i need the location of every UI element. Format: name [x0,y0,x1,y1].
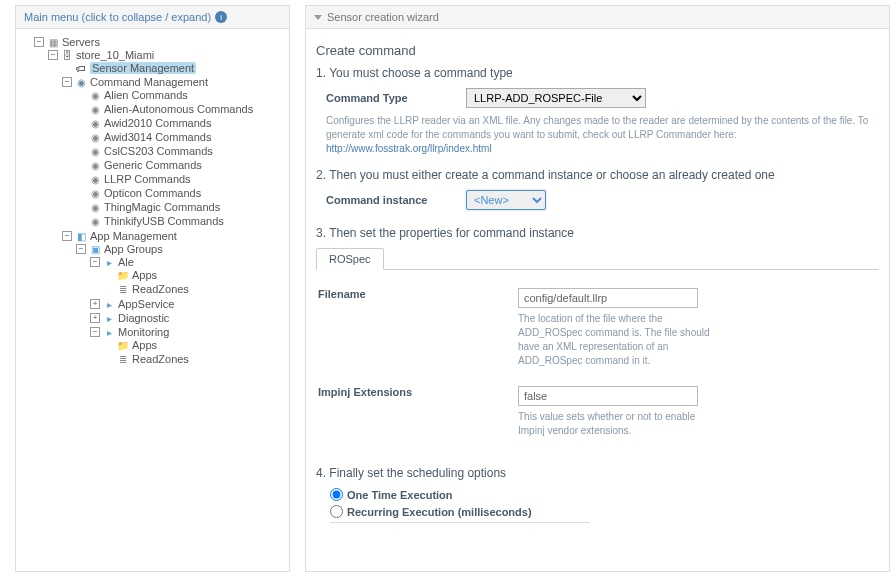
radio-onetime-label: One Time Execution [347,489,453,501]
tree-label: LLRP Commands [104,173,191,185]
tree-label: Apps [132,269,157,281]
tree-store[interactable]: − 🗄 store_10_Miami [48,49,285,61]
tree-monitoring[interactable]: − ▸ Monitoring [90,326,285,338]
tree-servers[interactable]: − ▦ Servers [34,36,285,48]
tree-generic-commands[interactable]: ◉Generic Commands [76,159,285,171]
help-text-part1: Configures the LLRP reader via an XML fi… [326,115,868,140]
expand-icon[interactable]: + [90,299,100,309]
tree-label-selected: Sensor Management [90,62,196,74]
step-1-title: 1. You must choose a command type [316,66,879,80]
folder-icon: ▸ [103,312,115,324]
tree-ale-apps[interactable]: 📁Apps [104,269,285,281]
scheduling-options: One Time Execution Recurring Execution (… [316,488,879,518]
command-group-icon: ◉ [89,187,101,199]
tree-label: Monitoring [118,326,169,338]
tree-sensor-management[interactable]: 🏷 Sensor Management [62,62,285,74]
tree-label: Awid3014 Commands [104,131,211,143]
tree-awid3014-commands[interactable]: ◉Awid3014 Commands [76,131,285,143]
tree-llrp-commands[interactable]: ◉LLRP Commands [76,173,285,185]
tree-csl-commands[interactable]: ◉CslCS203 Commands [76,145,285,157]
tree-awid2010-commands[interactable]: ◉Awid2010 Commands [76,117,285,129]
folder-icon: 📁 [117,269,129,281]
step-4-title: 4. Finally set the scheduling options [316,466,879,480]
tree-label: App Management [90,230,177,242]
tree-ale-readzones[interactable]: ≣ReadZones [104,283,285,295]
tree-monitoring-apps[interactable]: 📁Apps [104,339,285,351]
info-icon[interactable]: i [215,11,227,23]
folder-icon: ▸ [103,326,115,338]
main-menu-header[interactable]: Main menu (click to collapse / expand) i [16,6,289,29]
tree-label: ThinkifyUSB Commands [104,215,224,227]
command-group-icon: ◉ [89,215,101,227]
tab-rospec[interactable]: ROSpec [316,248,384,270]
collapse-icon[interactable]: − [76,244,86,254]
radio-onetime[interactable] [330,488,343,501]
command-group-icon: ◉ [89,89,101,101]
collapse-icon[interactable]: − [90,257,100,267]
tree-command-management[interactable]: − ◉ Command Management [62,76,285,88]
impinj-desc: This value sets whether or not to enable… [518,410,718,438]
collapse-icon[interactable]: − [34,37,44,47]
tree-label: Ale [118,256,134,268]
tree-label: App Groups [104,243,163,255]
collapse-icon[interactable]: − [90,327,100,337]
tree-monitoring-readzones[interactable]: ≣ReadZones [104,353,285,365]
tree-diagnostic[interactable]: +▸Diagnostic [90,312,285,324]
filename-label: Filename [318,288,518,368]
command-group-icon: ◉ [89,145,101,157]
tree-app-management[interactable]: − ◧ App Management [62,230,285,242]
tree-thinkify-commands[interactable]: ◉ThinkifyUSB Commands [76,215,285,227]
folder-icon: ▸ [103,298,115,310]
app-groups-icon: ▣ [89,243,101,255]
command-type-select[interactable]: LLRP-ADD_ROSPEC-File [466,88,646,108]
folder-icon: 📁 [117,339,129,351]
radio-recurring-label: Recurring Execution (milliseconds) [347,506,532,518]
radio-recurring[interactable] [330,505,343,518]
collapse-icon[interactable]: − [48,50,58,60]
collapse-icon[interactable]: − [62,231,72,241]
tree-label: ThingMagic Commands [104,201,220,213]
collapse-icon[interactable]: − [62,77,72,87]
command-type-label: Command Type [326,92,446,104]
tree-label: Servers [62,36,100,48]
sensor-icon: 🏷 [75,62,87,74]
command-group-icon: ◉ [89,173,101,185]
tree-app-groups[interactable]: − ▣ App Groups [76,243,285,255]
wizard-title: Create command [316,43,879,58]
command-instance-row: Command instance <New> [316,190,879,210]
servers-icon: ▦ [47,36,59,48]
command-type-help: Configures the LLRP reader via an XML fi… [316,114,879,156]
tree-opticon-commands[interactable]: ◉Opticon Commands [76,187,285,199]
tree-ale[interactable]: − ▸ Ale [90,256,285,268]
commands-icon: ◉ [75,76,87,88]
divider [330,522,590,523]
tree-alien-autonomous-commands[interactable]: ◉Alien-Autonomous Commands [76,103,285,115]
filename-input[interactable] [518,288,698,308]
tree-label: Alien Commands [104,89,188,101]
help-link[interactable]: http://www.fosstrak.org/llrp/index.html [326,143,492,154]
server-icon: 🗄 [61,49,73,61]
tree-label: Opticon Commands [104,187,201,199]
radio-recurring-row[interactable]: Recurring Execution (milliseconds) [330,505,879,518]
wizard-header-title: Sensor creation wizard [327,11,439,23]
expand-icon[interactable]: + [90,313,100,323]
command-instance-label: Command instance [326,194,446,206]
tree-label: Generic Commands [104,159,202,171]
wizard-header[interactable]: Sensor creation wizard [306,6,889,29]
impinj-label: Impinj Extensions [318,386,518,438]
command-instance-select[interactable]: <New> [466,190,546,210]
tree-thingmagic-commands[interactable]: ◉ThingMagic Commands [76,201,285,213]
impinj-input[interactable] [518,386,698,406]
tree-label: Alien-Autonomous Commands [104,103,253,115]
radio-onetime-row[interactable]: One Time Execution [330,488,879,501]
step-2-title: 2. Then you must either create a command… [316,168,879,182]
caret-down-icon [314,15,322,20]
tree-label: Diagnostic [118,312,169,324]
command-type-row: Command Type LLRP-ADD_ROSPEC-File [316,88,879,108]
step-3-title: 3. Then set the properties for command i… [316,226,879,240]
command-group-icon: ◉ [89,159,101,171]
tree-appservice[interactable]: +▸AppService [90,298,285,310]
command-group-icon: ◉ [89,131,101,143]
readzones-icon: ≣ [117,283,129,295]
tree-alien-commands[interactable]: ◉Alien Commands [76,89,285,101]
